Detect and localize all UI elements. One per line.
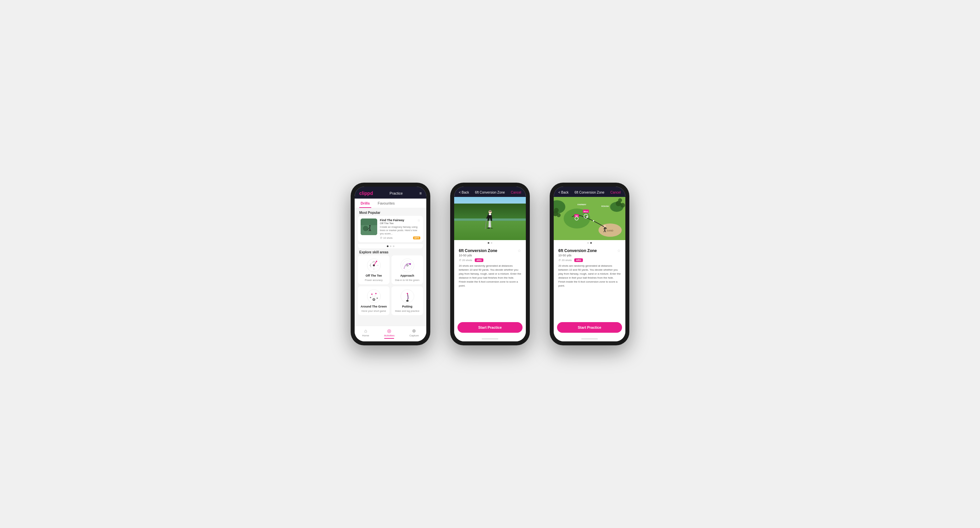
home-bar-3 — [581, 338, 598, 340]
menu-icon[interactable]: ≡ — [419, 191, 422, 196]
golf-photo — [454, 197, 526, 240]
svg-point-38 — [489, 210, 492, 214]
img-dot-2 — [491, 242, 492, 244]
back-button[interactable]: < Back — [459, 191, 469, 194]
svg-rect-40 — [489, 214, 491, 215]
approach-shot-icon — [400, 258, 415, 273]
putting-icon-svg — [400, 289, 415, 303]
nav-home-label: Home — [362, 334, 369, 337]
svg-point-48 — [557, 213, 561, 217]
golf-thumbnail-icon — [361, 219, 377, 235]
svg-point-27 — [377, 298, 378, 299]
activities-icon: ◎ — [387, 328, 391, 333]
tab-drills[interactable]: Drills — [359, 199, 371, 208]
svg-point-20 — [409, 263, 411, 265]
app-header: clippd Practice ≡ — [355, 187, 426, 199]
drill-hero-photo — [454, 197, 526, 240]
featured-drill-card[interactable]: Find The Fairway Off The Tee Create an i… — [358, 216, 423, 242]
phone-2: < Back 6ft Conversion Zone Cancel — [450, 183, 530, 345]
drill-name-3: 6ft Conversion Zone 10-50 yds — [558, 249, 597, 257]
svg-point-51 — [620, 203, 625, 207]
favourite-icon[interactable]: ☆ — [417, 219, 420, 222]
tab-favourites[interactable]: Favourites — [377, 199, 396, 208]
svg-point-2 — [363, 226, 368, 231]
svg-point-52 — [618, 198, 622, 202]
golfer-figure — [484, 209, 496, 234]
home-indicator-2 — [454, 336, 526, 341]
dot-1 — [387, 246, 388, 247]
img-dot-1 — [488, 242, 489, 244]
cancel-button[interactable]: Cancel — [511, 191, 521, 194]
svg-point-61 — [604, 225, 606, 227]
svg-point-23 — [367, 290, 380, 303]
image-dots-2 — [454, 240, 526, 246]
nav-activities-label: Activities — [384, 334, 395, 337]
drill-description: Create an imaginary fairway using trees … — [380, 225, 420, 235]
svg-point-16 — [376, 261, 377, 262]
home-indicator-3 — [554, 336, 625, 341]
detail-content-3: SAND — [554, 197, 625, 341]
start-practice-button-3[interactable]: Start Practice — [557, 322, 622, 333]
svg-text:SAND: SAND — [607, 230, 613, 232]
skill-around-green[interactable]: Around The Green Hone your short game — [358, 286, 390, 315]
detail-header-3: < Back 6ft Conversion Zone Cancel — [554, 187, 625, 197]
shot-count-2: ⏱ 20 shots — [459, 259, 472, 262]
skill-approach[interactable]: Approach Dial-in to hit the green — [391, 255, 423, 284]
drill-thumbnail — [361, 219, 377, 235]
start-practice-button-2[interactable]: Start Practice — [458, 322, 522, 333]
star-icon-3[interactable]: ☆ — [617, 249, 621, 253]
bottom-nav: ⌂ Home ◎ Activities ⊕ Capture — [355, 326, 426, 341]
drill-description-3: 20 shots are randomly generated at dista… — [558, 264, 621, 288]
off-tee-icon — [367, 258, 381, 273]
nav-home[interactable]: ⌂ Home — [362, 328, 369, 339]
category-badge-3: ARG — [574, 258, 583, 262]
svg-point-67 — [593, 220, 594, 222]
svg-point-49 — [554, 208, 559, 212]
svg-text:Miss: Miss — [584, 211, 588, 212]
skill-desc-ott: Power accuracy — [365, 279, 382, 282]
dot-3 — [393, 246, 395, 247]
nav-activities[interactable]: ◎ Activities — [384, 328, 395, 339]
main-content: Most Popular — [355, 208, 426, 326]
tab-bar: Drills Favourites — [355, 199, 426, 208]
skill-grid: Off The Tee Power accuracy — [355, 255, 426, 315]
home-bar — [482, 338, 498, 340]
drill-title: Find The Fairway — [380, 219, 420, 222]
svg-line-39 — [485, 219, 487, 229]
detail-content-2: 6ft Conversion Zone 10-50 yds ☆ ⏱ 20 sho… — [454, 197, 526, 341]
star-icon-2[interactable]: ☆ — [517, 249, 521, 253]
skill-name-approach: Approach — [400, 274, 414, 277]
active-indicator — [384, 338, 394, 339]
category-badge-2: ARG — [475, 258, 484, 262]
putting-icon — [400, 289, 415, 303]
skill-desc-atg: Hone your short game — [361, 309, 386, 313]
svg-point-35 — [407, 295, 408, 297]
nav-capture-label: Capture — [409, 334, 419, 337]
svg-point-3 — [369, 225, 371, 227]
detail-title-2: 6ft Conversion Zone — [475, 191, 505, 194]
svg-text:ROUGH: ROUGH — [601, 205, 609, 207]
drill-info-2: 6ft Conversion Zone 10-50 yds ☆ ⏱ 20 sho… — [454, 246, 526, 322]
svg-rect-1 — [361, 225, 377, 235]
shots-info: ⏱ 10 shots — [380, 236, 393, 239]
cancel-button-3[interactable]: Cancel — [611, 191, 621, 194]
svg-point-68 — [586, 216, 587, 217]
svg-point-22 — [407, 265, 408, 266]
phone-3-screen: < Back 6ft Conversion Zone Cancel — [554, 187, 625, 341]
title-row-3: 6ft Conversion Zone 10-50 yds ☆ — [558, 249, 621, 257]
golf-map: SAND — [554, 197, 625, 240]
svg-text:FAIRWAY: FAIRWAY — [578, 204, 587, 206]
skill-desc-approach: Dial-in to hit the green — [395, 279, 419, 282]
app-logo: clippd — [359, 191, 373, 196]
skill-putting[interactable]: Putting Make and lag practice — [391, 286, 423, 315]
skill-off-the-tee[interactable]: Off The Tee Power accuracy — [358, 255, 390, 284]
svg-line-31 — [374, 294, 376, 300]
dot-2 — [390, 246, 391, 247]
phone-3: < Back 6ft Conversion Zone Cancel — [550, 183, 629, 345]
back-button-3[interactable]: < Back — [558, 191, 569, 194]
phone-1-screen: clippd Practice ≡ Drills Favourites Most… — [355, 187, 426, 341]
nav-capture[interactable]: ⊕ Capture — [409, 328, 419, 339]
phone-1: clippd Practice ≡ Drills Favourites Most… — [351, 183, 430, 345]
svg-point-36 — [407, 293, 408, 294]
detail-title-3: 6ft Conversion Zone — [574, 191, 605, 194]
